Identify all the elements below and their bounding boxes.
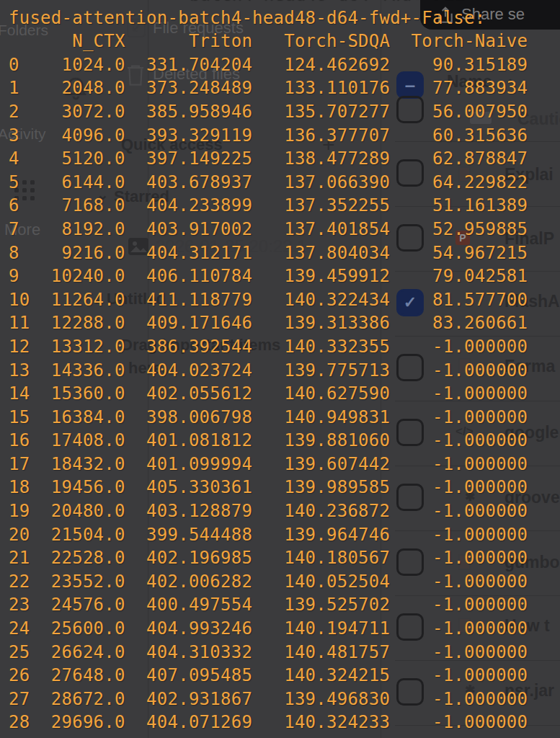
- screen: Folders Activity More File requests Dele…: [0, 0, 560, 738]
- terminal-output: batch4-head48-d64-fwd+-Fa1 fused-attenti…: [9, 0, 528, 734]
